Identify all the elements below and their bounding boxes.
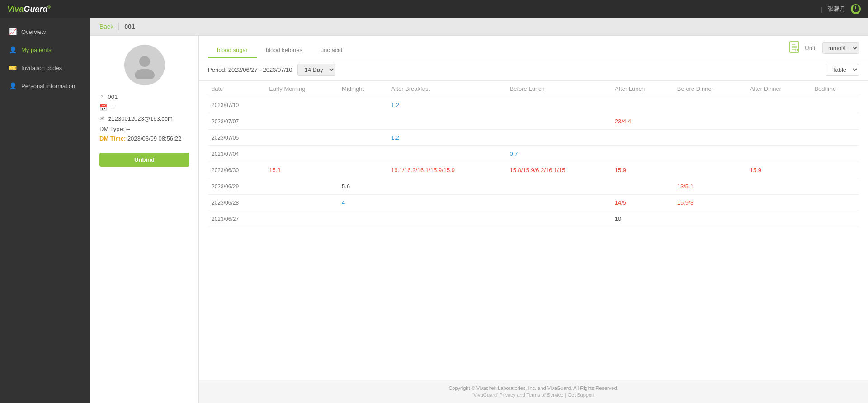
cell-before-dinner [674, 162, 746, 178]
col-bedtime: Bedtime [811, 81, 859, 97]
sidebar-item-overview[interactable]: 📈 Overview [0, 23, 90, 41]
cell-after-lunch: 14/5 [611, 195, 674, 211]
cell-after-breakfast [387, 113, 506, 130]
cell-before-dinner [674, 97, 746, 113]
patient-card: ♀ 001 📅 -- ✉ z1230012023@163.com DM Type… [90, 36, 199, 403]
sidebar-item-my-patients[interactable]: 👤 My patients [0, 41, 90, 59]
username: 张馨月 [828, 5, 845, 13]
cell-early-morning [265, 178, 338, 195]
unbind-button[interactable]: Unbind [99, 153, 189, 167]
period-label: Period: 2023/06/27 - 2023/07/10 [208, 66, 292, 73]
cell-bedtime [811, 146, 859, 162]
footer-links: 'VivaGuard' Privacy and Terms of Service… [204, 392, 863, 398]
cell-after-lunch [611, 178, 674, 195]
tabs-row: blood sugar blood ketones uric acid PDF … [199, 36, 868, 59]
cell-before-lunch [506, 97, 611, 113]
svg-point-1 [135, 69, 155, 79]
cell-after-dinner: 15.9 [746, 162, 811, 178]
blood-sugar-table: date Early Morning Midnight After Breakf… [208, 81, 859, 227]
unit-select[interactable]: mmol/L [822, 42, 859, 54]
cell-before-dinner [674, 146, 746, 162]
cell-bedtime [811, 195, 859, 211]
privacy-link[interactable]: 'VivaGuard' Privacy and Terms of Service [472, 392, 563, 398]
footer-copyright: Copyright © Vivachek Laboratories, Inc. … [204, 385, 863, 391]
table-row: 2023/07/0723/4.4 [208, 113, 859, 130]
cell-before-dinner [674, 113, 746, 130]
topbar-right: | 张馨月 [821, 4, 861, 14]
col-after-dinner: After Dinner [746, 81, 811, 97]
back-link[interactable]: Back [99, 23, 113, 30]
cell-midnight [338, 97, 387, 113]
cell-midnight [338, 113, 387, 130]
cell-midnight [338, 146, 387, 162]
unit-label: Unit: [805, 45, 817, 52]
tab-blood-sugar[interactable]: blood sugar [208, 43, 257, 58]
cell-midnight [338, 130, 387, 146]
breadcrumb-divider: | [118, 23, 120, 31]
view-select[interactable]: Table [826, 64, 859, 76]
chart-icon: 📈 [9, 28, 17, 35]
sidebar-item-label: My patients [21, 47, 51, 53]
svg-point-0 [139, 56, 150, 67]
cell-after-breakfast: 16.1/16.2/16.1/15.9/15.9 [387, 162, 506, 178]
cell-before-lunch [506, 211, 611, 227]
col-early-morning: Early Morning [265, 81, 338, 97]
email-icon: ✉ [99, 115, 105, 122]
topbar-divider: | [821, 6, 822, 13]
breadcrumb: Back | 001 [90, 18, 868, 36]
cell-before-lunch [506, 130, 611, 146]
table-row: 2023/06/28414/515.9/3 [208, 195, 859, 211]
period-select[interactable]: 14 Day [297, 64, 335, 76]
col-midnight: Midnight [338, 81, 387, 97]
tab-uric-acid[interactable]: uric acid [311, 43, 351, 58]
patient-info: ♀ 001 📅 -- ✉ z1230012023@163.com DM Type… [99, 93, 189, 147]
cell-date: 2023/07/07 [208, 113, 265, 130]
cell-early-morning [265, 113, 338, 130]
cell-after-dinner [746, 113, 811, 130]
dm-time-value: 2023/03/09 08:56:22 [127, 135, 181, 142]
col-after-lunch: After Lunch [611, 81, 674, 97]
main-content: ♀ 001 📅 -- ✉ z1230012023@163.com DM Type… [90, 36, 868, 403]
cell-early-morning [265, 146, 338, 162]
cell-after-breakfast [387, 178, 506, 195]
cell-after-lunch: 10 [611, 211, 674, 227]
cell-early-morning [265, 130, 338, 146]
dm-time-label: DM Time: [99, 135, 126, 142]
cell-after-dinner [746, 97, 811, 113]
breadcrumb-patient-id: 001 [124, 23, 135, 30]
power-icon[interactable] [851, 4, 861, 14]
support-link[interactable]: Get Support [567, 392, 594, 398]
cell-after-breakfast [387, 211, 506, 227]
tab-blood-ketones[interactable]: blood ketones [257, 43, 311, 58]
svg-text:PDF: PDF [795, 48, 799, 52]
patients-icon: 👤 [9, 46, 17, 53]
cell-bedtime [811, 162, 859, 178]
cell-bedtime [811, 211, 859, 227]
cell-date: 2023/07/10 [208, 97, 265, 113]
col-date: date [208, 81, 265, 97]
cell-after-dinner [746, 146, 811, 162]
footer: Copyright © Vivachek Laboratories, Inc. … [199, 380, 868, 403]
sidebar-item-personal-information[interactable]: 👤 Personal information [0, 77, 90, 95]
cell-midnight [338, 211, 387, 227]
cell-midnight: 5.6 [338, 178, 387, 195]
cell-date: 2023/06/30 [208, 162, 265, 178]
pdf-icon[interactable]: PDF [789, 41, 799, 55]
dm-type-value: -- [126, 126, 130, 132]
cell-after-lunch [611, 146, 674, 162]
patient-id-value: 001 [108, 94, 118, 100]
col-before-lunch: Before Lunch [506, 81, 611, 97]
cell-before-lunch: 0.7 [506, 146, 611, 162]
cell-before-lunch [506, 178, 611, 195]
sidebar-item-invitation-codes[interactable]: 🎫 Invitation codes [0, 59, 90, 77]
main-layout: 📈 Overview 👤 My patients 🎫 Invitation co… [0, 18, 868, 403]
invitation-icon: 🎫 [9, 64, 17, 71]
avatar [124, 45, 165, 85]
cell-early-morning [265, 195, 338, 211]
cell-bedtime [811, 130, 859, 146]
sidebar-item-label: Overview [21, 28, 46, 35]
patient-email-field: ✉ z1230012023@163.com [99, 115, 189, 122]
cell-date: 2023/07/04 [208, 146, 265, 162]
sidebar-item-label: Personal information [21, 83, 75, 89]
col-after-breakfast: After Breakfast [387, 81, 506, 97]
